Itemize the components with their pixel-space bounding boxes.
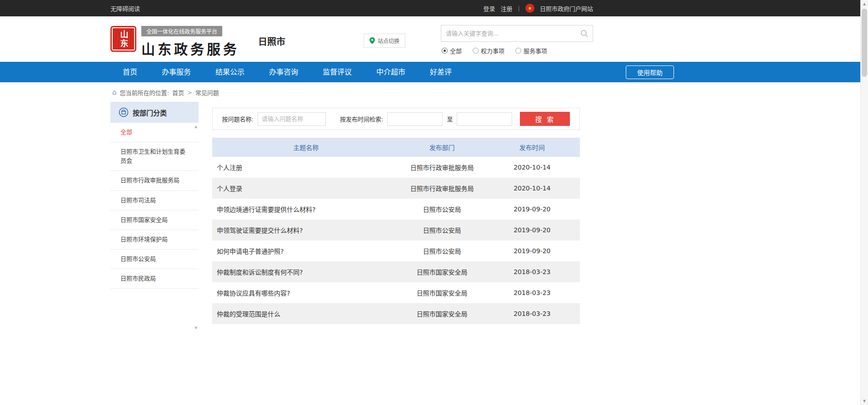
topbar-right: 登录 注册 | ★ 日照市政府门户网站 [484,4,593,13]
cell-dept: 日照市公安局 [400,199,484,220]
radio-dot-icon[interactable] [515,48,521,54]
sidebar-item[interactable]: 日照市司法局 [110,191,199,210]
nav-item[interactable]: 中介超市 [364,62,418,82]
faq-table-body: 个人注册日照市行政审批服务局2020-10-14个人登录日照市行政审批服务局20… [212,157,580,324]
cell-title[interactable]: 仲裁的受理范围是什么 [212,303,400,324]
cell-date: 2019-09-20 [484,240,580,261]
site-switch-button[interactable]: 站点切换 [364,34,405,48]
sidebar-item[interactable]: 日照市公安局 [110,250,199,269]
main-nav: 首页办事服务结果公示办事咨询监督评议中介超市好差评 使用帮助 [0,62,868,82]
header-inner: 山东 全国一体化在线政务服务平台 山东政务服务 日照市 站点切换 [110,16,597,62]
cell-title[interactable]: 个人注册 [212,157,400,178]
sidebar-scroll-up-icon[interactable]: ▲ [193,125,199,129]
nav-item[interactable]: 办事咨询 [257,62,310,82]
table-row[interactable]: 仲裁的受理范围是什么日照市国家安全局2018-03-23 [212,303,580,324]
department-sidebar: 按部门分类 全部日照市卫生和计划生育委员会日照市行政审批服务局日照市司法局日照市… [110,102,199,332]
accessibility-link[interactable]: 无障碍阅读 [110,4,140,13]
cell-dept: 日照市国家安全局 [400,261,484,282]
cell-dept: 日照市公安局 [400,220,484,240]
browser-scrollbar[interactable]: ▲ ▼ [860,0,868,405]
nav-menu: 首页办事服务结果公示办事咨询监督评议中介超市好差评 [110,62,464,82]
table-row[interactable]: 申领驾驶证需要提交什么材料?日照市公安局2019-09-20 [212,220,580,240]
scrollbar-up-icon[interactable]: ▲ [861,0,868,8]
faq-table-header-row: 主题名称发布部门发布时间 [212,138,580,157]
shandong-seal-logo-icon: 山东 [110,26,136,52]
sidebar-item[interactable]: 日照市国家安全局 [110,210,199,230]
date-to-input[interactable] [457,112,512,126]
platform-badge: 全国一体化在线政务服务平台 [141,26,222,36]
city-name: 日照市 [258,35,285,48]
radio-dot-icon[interactable] [473,48,479,54]
cell-date: 2018-03-23 [484,303,580,324]
faq-content: 按问题名称: 按发布时间检索: 至 搜 索 主题名称发布部门发布时间 个人注册日… [212,102,580,324]
sidebar-scrollbar[interactable]: ▲ ▼ [193,123,199,332]
scrollbar-down-icon[interactable]: ▼ [861,397,868,405]
faq-table: 主题名称发布部门发布时间 个人注册日照市行政审批服务局2020-10-14个人登… [212,138,580,324]
home-icon: ⌂ [112,89,117,96]
breadcrumb: ⌂ 您当前所在的位置: 首页 > 常见问题 [110,82,580,102]
sidebar-item[interactable]: 日照市卫生和计划生育委员会 [110,142,199,171]
nav-item[interactable]: 好差评 [418,62,464,82]
register-link[interactable]: 注册 [501,4,513,13]
question-name-input[interactable] [258,112,326,126]
cell-date: 2019-09-20 [484,199,580,220]
portal-site-link[interactable]: 日照市政府门户网站 [540,4,593,13]
nav-item[interactable]: 结果公示 [203,62,257,82]
nav-item[interactable]: 首页 [110,62,150,82]
nav-item[interactable]: 监督评议 [310,62,364,82]
cell-dept: 日照市公安局 [400,240,484,261]
date-to-label: 至 [447,115,453,123]
cell-title[interactable]: 仲裁制度和诉讼制度有何不同? [212,261,400,282]
radio-dot-icon[interactable] [442,48,448,54]
table-row[interactable]: 仲裁协议应具有哪些内容?日照市国家安全局2018-03-23 [212,282,580,303]
scrollbar-thumb[interactable] [862,9,867,77]
cell-date: 2018-03-23 [484,282,580,303]
sidebar-scroll-down-icon[interactable]: ▼ [193,326,199,330]
cell-dept: 日照市行政审批服务局 [400,157,484,178]
sidebar-item[interactable]: 全部 [110,123,199,142]
topbar-inner: 无障碍阅读 登录 注册 | ★ 日照市政府门户网站 [110,0,593,16]
cell-title[interactable]: 申领驾驶证需要提交什么材料? [212,220,400,240]
keyword-search-input[interactable] [441,30,576,37]
sidebar-item[interactable]: 日照市行政审批服务局 [110,171,199,190]
cell-title[interactable]: 个人登录 [212,178,400,199]
search-scope-radio[interactable]: 权力事项 [473,46,504,55]
sidebar-list: 全部日照市卫生和计划生育委员会日照市行政审批服务局日照市司法局日照市国家安全局日… [110,123,199,289]
topbar: 无障碍阅读 登录 注册 | ★ 日照市政府门户网站 [0,0,868,16]
cell-title[interactable]: 申领边境通行证需要提供什么材料? [212,199,400,220]
table-row[interactable]: 个人登录日照市行政审批服务局2020-10-14 [212,178,580,199]
table-header-cell: 发布时间 [484,138,580,157]
cell-title[interactable]: 如何申请电子普通护照? [212,240,400,261]
sidebar-title: 按部门分类 [133,108,167,117]
sidebar-item[interactable]: 日照市民政局 [110,269,199,289]
table-header-cell: 发布部门 [400,138,484,157]
question-name-label: 按问题名称: [222,115,254,123]
sidebar-header: 按部门分类 [110,102,199,123]
table-row[interactable]: 个人注册日照市行政审批服务局2020-10-14 [212,157,580,178]
table-row[interactable]: 如何申请电子普通护照?日照市公安局2019-09-20 [212,240,580,261]
table-row[interactable]: 仲裁制度和诉讼制度有何不同?日照市国家安全局2018-03-23 [212,261,580,282]
cell-date: 2019-09-20 [484,220,580,240]
radio-label: 全部 [450,46,462,55]
breadcrumb-prefix: 您当前所在的位置: [120,88,169,97]
national-emblem-icon: ★ [525,4,534,13]
table-row[interactable]: 申领边境通行证需要提供什么材料?日照市公安局2019-09-20 [212,199,580,220]
site-switch-label: 站点切换 [378,37,399,45]
search-scope-radio[interactable]: 服务事项 [515,46,547,55]
breadcrumb-home-link[interactable]: 首页 [172,88,184,97]
sidebar-item[interactable]: 日照市环境保护局 [110,230,199,250]
search-scope-radios: 全部权力事项服务事项 [442,46,547,55]
table-header-cell: 主题名称 [212,138,400,157]
radio-label: 权力事项 [481,46,504,55]
brand-logo[interactable]: 山东 全国一体化在线政务服务平台 山东政务服务 [110,26,239,58]
nav-item[interactable]: 办事服务 [150,62,203,82]
faq-search-button[interactable]: 搜 索 [520,112,570,126]
search-scope-radio[interactable]: 全部 [442,46,462,55]
cell-dept: 日照市国家安全局 [400,303,484,324]
date-from-input[interactable] [387,112,443,126]
login-link[interactable]: 登录 [484,4,495,13]
cell-dept: 日照市国家安全局 [400,282,484,303]
help-button[interactable]: 使用帮助 [626,65,674,79]
cell-title[interactable]: 仲裁协议应具有哪些内容? [212,282,400,303]
search-icon[interactable] [576,25,593,41]
